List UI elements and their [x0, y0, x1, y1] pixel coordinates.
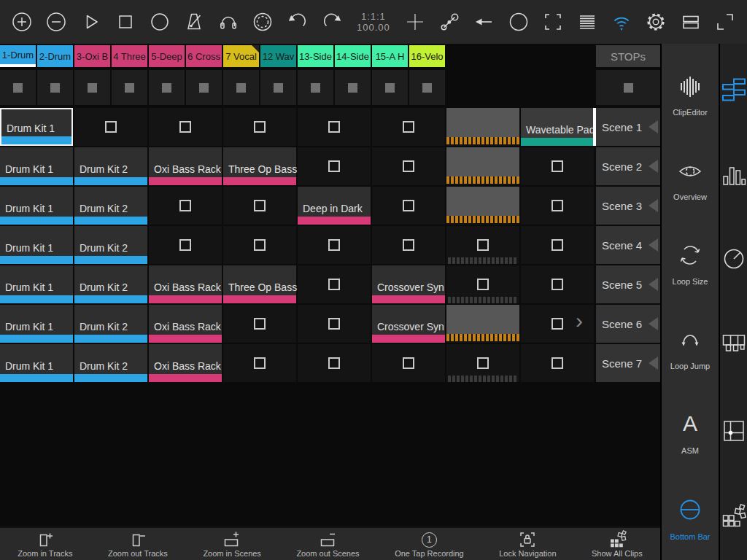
back-arrow-icon[interactable] [469, 6, 498, 38]
remove-icon[interactable] [42, 6, 71, 38]
focus-frame-icon[interactable] [538, 6, 568, 38]
track-stop-button[interactable] [596, 70, 660, 105]
clip-cell[interactable]: Wavetable Pads [521, 108, 594, 146]
scene-button[interactable]: Scene 1 [596, 108, 660, 146]
play-icon[interactable] [76, 6, 105, 38]
track-tab[interactable]: 6 Cross [186, 45, 222, 67]
track-tab[interactable]: 5-Deep [149, 45, 185, 67]
settings-gear-icon[interactable] [641, 6, 670, 38]
clip-cell[interactable]: Drum Kit 1 [0, 265, 73, 303]
circle-icon[interactable] [504, 6, 533, 38]
session-clips-icon[interactable] [720, 77, 747, 103]
pattern-clip-cell[interactable] [446, 305, 519, 343]
track-stop-button[interactable] [0, 70, 36, 105]
empty-clip-slot[interactable] [372, 226, 445, 264]
clip-cell[interactable]: Drum Kit 2 [74, 344, 147, 382]
expand-corner-icon[interactable] [711, 6, 740, 38]
clip-cell[interactable]: Drum Kit 1 [0, 187, 73, 225]
clip-cell[interactable]: Drum Kit 2 [74, 187, 147, 225]
pattern-clip-cell[interactable] [446, 187, 519, 225]
clip-cell[interactable]: Oxi Bass Rack [149, 305, 222, 343]
clip-cell[interactable]: Drum Kit 1 [0, 344, 73, 382]
add-icon[interactable] [7, 6, 36, 38]
clip-cell[interactable]: Drum Kit 2 [74, 147, 147, 185]
automation-nodes-icon[interactable] [435, 6, 464, 38]
stop-icon[interactable] [111, 6, 140, 38]
empty-slot-with-pattern[interactable] [446, 265, 519, 303]
pattern-clip-cell[interactable] [446, 108, 519, 146]
clip-cell[interactable]: Oxi Bass Rack [149, 265, 222, 303]
clip-cell[interactable]: Drum Kit 1 [0, 305, 73, 343]
transport-time-display[interactable]: 1:1:1 100.00 [352, 11, 395, 33]
empty-slot-with-pattern[interactable] [446, 344, 519, 382]
empty-clip-slot[interactable] [74, 108, 147, 146]
zoom-out-scenes-button[interactable]: Zoom out Scenes [296, 528, 359, 558]
sidebar-item-bottom-bar[interactable]: Bottom Bar [662, 497, 719, 541]
track-stop-button[interactable] [298, 70, 333, 105]
undo-icon[interactable] [283, 6, 312, 38]
scene-button[interactable]: Scene 3 [596, 187, 660, 225]
empty-clip-slot[interactable] [298, 265, 371, 303]
sidebar-item-loop-jump[interactable]: Loop Jump [662, 327, 719, 370]
empty-clip-slot[interactable] [223, 226, 296, 264]
clip-cell[interactable]: Three Op Bass [223, 147, 296, 185]
clip-cell[interactable]: Deep in Dark [298, 187, 371, 225]
track-stop-button[interactable] [186, 70, 222, 105]
scene-button[interactable]: Scene 6 [596, 305, 660, 343]
loop-circle-icon[interactable] [248, 6, 277, 38]
crosshair-plus-icon[interactable] [400, 6, 430, 38]
scene-button[interactable]: Scene 5 [596, 265, 660, 303]
sidebar-item-loop-size[interactable]: Loop Size [662, 242, 719, 286]
wifi-icon[interactable] [607, 6, 636, 38]
track-tab[interactable]: 3-Oxi B [74, 45, 110, 67]
scroll-right-chevron[interactable]: › [576, 310, 583, 332]
empty-clip-slot[interactable] [372, 187, 445, 225]
track-stop-button[interactable] [74, 70, 110, 105]
clip-cell[interactable]: Crossover Syn B [372, 305, 445, 343]
track-tab[interactable]: 2-Drum [37, 45, 73, 67]
empty-clip-slot[interactable] [298, 147, 371, 185]
clip-cell[interactable]: Oxi Bass Rack [149, 147, 222, 185]
clip-cell[interactable]: Drum Kit 2 [74, 305, 147, 343]
lock-navigation-button[interactable]: Lock Navigation [499, 528, 556, 558]
sidebar-item-asm[interactable]: A ASM [662, 411, 719, 455]
sidebar-item-overview[interactable]: Overview [662, 158, 719, 201]
empty-clip-slot[interactable] [298, 305, 371, 343]
empty-clip-slot[interactable] [223, 187, 296, 225]
rows-icon[interactable] [676, 6, 705, 38]
metronome-icon[interactable] [179, 6, 209, 38]
stop-all-clips-button[interactable]: STOPs [596, 45, 660, 67]
clip-cell[interactable]: Drum Kit 1 [0, 226, 73, 264]
pattern-clip-cell[interactable] [446, 147, 519, 185]
empty-clip-slot[interactable] [521, 305, 594, 343]
clip-cell[interactable]: Drum Kit 2 [74, 226, 147, 264]
empty-clip-slot[interactable] [521, 265, 594, 303]
empty-clip-slot[interactable] [521, 187, 594, 225]
xy-pad-icon[interactable] [720, 418, 747, 444]
show-all-clips-button[interactable]: Show All Clips [592, 528, 643, 558]
track-tab[interactable]: 16-Velo [409, 45, 445, 67]
empty-slot-with-pattern[interactable] [446, 226, 519, 264]
mixer-levels-icon[interactable] [720, 161, 747, 187]
track-stop-button[interactable] [223, 70, 259, 105]
arrangement-blocks-icon[interactable] [720, 502, 747, 529]
empty-clip-slot[interactable] [298, 344, 371, 382]
scene-button[interactable]: Scene 7 [596, 344, 660, 382]
track-tab[interactable]: 12 Wav [260, 45, 296, 67]
clip-cell[interactable]: Three Op Bass [223, 265, 296, 303]
track-tab[interactable]: 1-Drum [0, 45, 36, 67]
empty-clip-slot[interactable] [521, 344, 594, 382]
empty-clip-slot[interactable] [372, 108, 445, 146]
list-icon[interactable] [573, 6, 602, 38]
empty-clip-slot[interactable] [521, 226, 594, 264]
track-tab[interactable]: 7 Vocal [223, 45, 259, 67]
empty-clip-slot[interactable] [298, 226, 371, 264]
empty-clip-slot[interactable] [149, 187, 222, 225]
track-stop-button[interactable] [149, 70, 185, 105]
dial-icon[interactable] [720, 246, 747, 272]
one-tap-recording-button[interactable]: 1 One Tap Recording [395, 528, 464, 558]
zoom-in-tracks-button[interactable]: Zoom in Tracks [18, 528, 72, 558]
clip-cell[interactable]: Oxi Bass Rack [149, 344, 222, 382]
headphones-icon[interactable] [214, 6, 243, 38]
zoom-in-scenes-button[interactable]: Zoom in Scenes [203, 528, 260, 558]
